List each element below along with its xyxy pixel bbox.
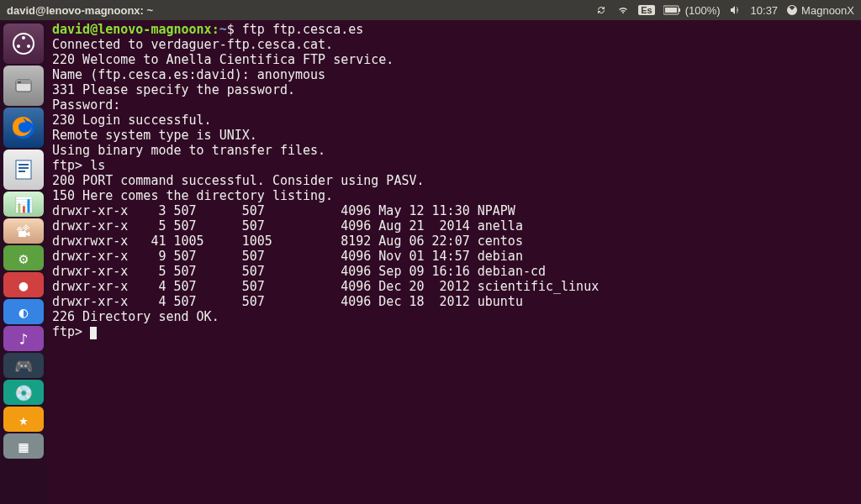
output-line: 220 Welcome to Anella Cientifica FTP ser… xyxy=(52,52,394,67)
unity-launcher: 📊 📽 ⚙ ● ◐ ♪ 🎮 💿 ★ ▦ xyxy=(0,20,47,504)
volume-icon[interactable] xyxy=(729,3,742,17)
svg-rect-1 xyxy=(679,8,680,12)
app-icon-2[interactable]: ● xyxy=(3,272,44,297)
listing-row: drwxrwxr-x 41 1005 1005 8192 Aug 06 22:0… xyxy=(52,234,523,249)
command-ls: ls xyxy=(90,158,105,173)
battery-indicator[interactable]: (100%) xyxy=(663,4,721,17)
app-icon-1[interactable]: ⚙ xyxy=(3,245,44,270)
listing-row: drwxr-xr-x 5 507 507 4096 Sep 09 16:16 d… xyxy=(52,264,546,279)
listing-row: drwxr-xr-x 9 507 507 4096 Nov 01 14:57 d… xyxy=(52,249,523,264)
window-title: david@lenovo-magnoonx: ~ xyxy=(7,4,153,17)
svg-point-5 xyxy=(17,45,20,48)
ftp-prompt: ftp> xyxy=(52,158,90,173)
app-icon-8[interactable]: ▦ xyxy=(3,433,44,459)
command-1: ftp ftp.cesca.es xyxy=(242,22,364,37)
terminal-window[interactable]: david@lenovo-magnoonx:~$ ftp ftp.cesca.e… xyxy=(47,20,861,504)
listing-row: drwxr-xr-x 3 507 507 4096 May 12 11:30 N… xyxy=(52,203,515,218)
svg-rect-9 xyxy=(18,81,21,83)
output-line: Name (ftp.cesca.es:david): anonymous xyxy=(52,67,325,82)
output-line: Password: xyxy=(52,97,120,113)
svg-rect-14 xyxy=(18,171,25,172)
app-icon-4[interactable]: ♪ xyxy=(3,326,44,351)
calc-icon[interactable]: 📊 xyxy=(3,192,44,217)
output-line: Connected to verdaguer-ftp.cesca.cat. xyxy=(52,37,333,52)
impress-icon[interactable]: 📽 xyxy=(3,218,44,244)
svg-point-4 xyxy=(22,36,25,39)
top-menubar: david@lenovo-magnoonx: ~ Es (100%) 10:37… xyxy=(0,0,861,20)
listing-row: drwxr-xr-x 4 507 507 4096 Dec 20 2012 sc… xyxy=(52,279,599,294)
svg-point-6 xyxy=(27,45,30,48)
app-icon-7[interactable]: ★ xyxy=(3,407,44,432)
app-icon-3[interactable]: ◐ xyxy=(3,299,44,324)
output-line: 226 Directory send OK. xyxy=(52,309,219,324)
output-line: Using binary mode to transfer files. xyxy=(52,143,325,158)
svg-rect-12 xyxy=(18,164,29,165)
output-line: 150 Here comes the directory listing. xyxy=(52,188,333,203)
ftp-prompt: ftp> xyxy=(52,324,90,339)
listing-row: drwxr-xr-x 5 507 507 4096 Aug 21 2014 an… xyxy=(52,218,523,234)
output-line: Remote system type is UNIX. xyxy=(52,128,257,143)
prompt-user: david@lenovo-magnoonx xyxy=(52,22,212,37)
app-icon-5[interactable]: 🎮 xyxy=(3,353,44,378)
files-icon[interactable] xyxy=(3,66,44,106)
output-line: 331 Please specify the password. xyxy=(52,82,295,97)
prompt-path: ~ xyxy=(219,22,227,37)
svg-rect-2 xyxy=(665,8,677,13)
writer-icon[interactable] xyxy=(3,150,44,190)
svg-rect-11 xyxy=(16,160,31,179)
session-menu[interactable]: MagnoonX xyxy=(786,4,854,17)
sync-icon[interactable] xyxy=(594,3,608,17)
svg-rect-13 xyxy=(18,167,29,169)
app-icon-6[interactable]: 💿 xyxy=(3,380,44,405)
clock[interactable]: 10:37 xyxy=(751,4,779,17)
output-line: 200 PORT command successful. Consider us… xyxy=(52,173,425,188)
listing-row: drwxr-xr-x 4 507 507 4096 Dec 18 2012 ub… xyxy=(52,294,523,309)
wifi-icon[interactable] xyxy=(616,3,630,17)
cursor xyxy=(90,327,97,339)
dash-icon[interactable] xyxy=(3,24,44,64)
keyboard-indicator[interactable]: Es xyxy=(638,5,654,15)
output-line: 230 Login successful. xyxy=(52,113,212,128)
battery-text: (100%) xyxy=(685,4,721,17)
firefox-icon[interactable] xyxy=(3,108,44,148)
